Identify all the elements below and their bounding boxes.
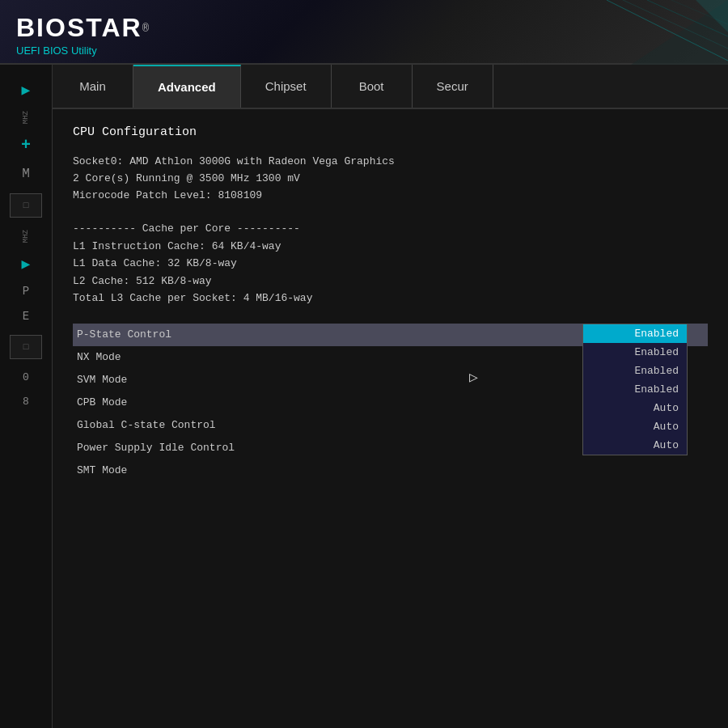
tab-boot[interactable]: Boot <box>332 65 413 108</box>
dropdown-item-0[interactable]: Enabled <box>583 324 687 343</box>
sidebar-plus-1: + <box>21 136 31 154</box>
dropdown-item-4[interactable]: Auto <box>583 399 687 417</box>
sidebar-e-1: E <box>23 310 29 323</box>
sidebar-m-1: M <box>22 167 30 181</box>
setting-name-smt: SMT Mode <box>77 464 704 476</box>
settings-area: P-State Control NX Mode SVM Mode CPB Mod… <box>73 324 708 482</box>
cpu-info-block: Socket0: AMD Athlon 3000G with Radeon Ve… <box>73 154 708 204</box>
cpu-info-line-2: 2 Core(s) Running @ 3500 MHz 1300 mV <box>73 171 708 188</box>
sidebar-zero: 0 <box>23 371 29 383</box>
content-area: CPU Configuration Socket0: AMD Athlon 30… <box>53 109 728 728</box>
logo-block: BIOSTAR® UEFI BIOS Utility <box>16 13 149 57</box>
tab-main[interactable]: Main <box>53 65 133 108</box>
cache-section: ---------- Cache per Core ---------- L1 … <box>73 220 708 307</box>
dropdown-item-3[interactable]: Enabled <box>583 380 687 399</box>
cache-line-3: L2 Cache: 512 KB/8-way <box>73 273 708 290</box>
sidebar-box-2: □ <box>10 335 42 359</box>
sidebar-p-1: P <box>23 285 29 298</box>
section-title: CPU Configuration <box>73 125 708 139</box>
dropdown-item-2[interactable]: Enabled <box>583 362 687 380</box>
sidebar: ▶ MHZ + M □ MHZ ▶ P E □ 0 8 <box>0 65 53 728</box>
setting-row-smt[interactable]: SMT Mode <box>73 459 708 482</box>
cache-header-line: ---------- Cache per Core ---------- <box>73 220 708 237</box>
sidebar-mhz-1: MHZ <box>22 111 30 124</box>
tab-security[interactable]: Secur <box>413 65 493 108</box>
sidebar-mhz-2: MHZ <box>22 230 30 243</box>
dropdown-panel: Enabled Enabled Enabled Enabled Auto Aut… <box>582 324 688 455</box>
tab-advanced[interactable]: Advanced <box>133 65 241 108</box>
dropdown-item-5[interactable]: Auto <box>583 417 687 436</box>
logo-biostar: BIOSTAR® <box>16 13 149 43</box>
sidebar-arrow-2: ▶ <box>22 255 31 273</box>
cache-line-2: L1 Data Cache: 32 KB/8-way <box>73 255 708 272</box>
cache-line-4: Total L3 Cache per Socket: 4 MB/16-way <box>73 290 708 307</box>
tab-bar: Main Advanced Chipset Boot Secur <box>53 65 728 109</box>
dropdown-item-6[interactable]: Auto <box>583 436 687 455</box>
header-decoration <box>485 0 728 65</box>
tab-chipset[interactable]: Chipset <box>241 65 332 108</box>
sidebar-arrow-1: ▶ <box>22 81 31 99</box>
cache-line-1: L1 Instruction Cache: 64 KB/4-way <box>73 238 708 255</box>
sidebar-box-1: □ <box>10 193 42 218</box>
cpu-info-line-3: Microcode Patch Level: 8108109 <box>73 188 708 205</box>
cpu-info-line-1: Socket0: AMD Athlon 3000G with Radeon Ve… <box>73 154 708 171</box>
sidebar-eight: 8 <box>23 396 29 408</box>
bios-header: BIOSTAR® UEFI BIOS Utility <box>0 0 728 65</box>
dropdown-item-1[interactable]: Enabled <box>583 343 687 362</box>
